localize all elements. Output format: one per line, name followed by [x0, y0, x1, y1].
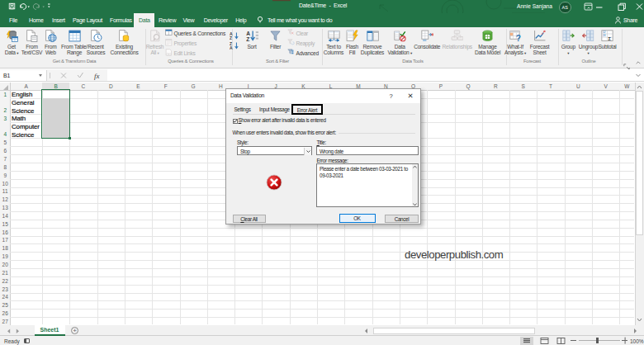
svg-text:A: A — [230, 45, 233, 50]
svg-text:?: ? — [515, 34, 520, 42]
svg-text:Z: Z — [246, 36, 249, 42]
svg-text:A: A — [246, 31, 250, 36]
svg-text:fx: fx — [94, 72, 100, 80]
svg-text:Z: Z — [230, 35, 232, 40]
